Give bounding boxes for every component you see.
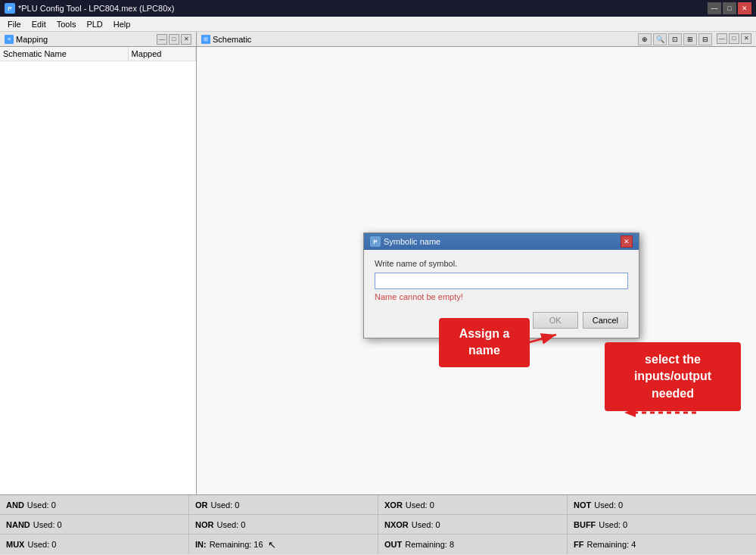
mapping-header-left: ≡ Mapping: [5, 35, 48, 44]
select-inputs-text: select theinputs/outputneeded: [634, 353, 711, 400]
mapping-panel-header: ≡ Mapping — □ ✕: [0, 32, 196, 47]
mapping-table: Schematic Name Mapped: [0, 47, 196, 61]
status-nor: NOR Used: 0: [189, 515, 378, 534]
status-row-3: MUX Used: 0 IN: Remaining: 16 ↖ OUT Rema…: [0, 535, 756, 554]
dialog-cancel-button[interactable]: Cancel: [583, 312, 628, 329]
maximize-button[interactable]: □: [723, 2, 736, 14]
status-row-2: NAND Used: 0 NOR Used: 0 NXOR Used: 0 BU…: [0, 515, 756, 535]
status-nxor: NXOR Used: 0: [378, 515, 568, 534]
status-row-1: AND Used: 0 OR Used: 0 XOR Used: 0 NOT U…: [0, 495, 756, 515]
dialog-close-button[interactable]: ✕: [621, 235, 633, 248]
label-or: OR: [195, 500, 208, 510]
label-nxor: NXOR: [384, 520, 409, 529]
schematic-tool-3[interactable]: ⊡: [668, 33, 682, 45]
status-ff: FF Remaining: 4: [568, 535, 756, 554]
value-nxor: Used: 0: [412, 520, 440, 529]
dialog-title: Symbolic name: [384, 237, 440, 246]
schematic-minimize-button[interactable]: —: [717, 33, 727, 44]
status-xor: XOR Used: 0: [378, 495, 568, 514]
status-nand: NAND Used: 0: [0, 515, 189, 534]
app-icon: P: [5, 3, 15, 14]
status-mux: MUX Used: 0: [0, 535, 189, 554]
value-or: Used: 0: [211, 500, 240, 510]
menu-bar: File Edit Tools PLD Help: [0, 17, 756, 32]
schematic-tool-4[interactable]: ⊞: [683, 33, 697, 45]
menu-pld[interactable]: PLD: [82, 18, 107, 30]
label-xor: XOR: [384, 500, 403, 510]
window-controls: — □ ✕: [708, 2, 751, 14]
svg-marker-2: [624, 408, 636, 417]
value-nand: Used: 0: [33, 520, 62, 529]
panels-row: ≡ Mapping — □ ✕ Schematic Name Mapped: [0, 32, 756, 494]
value-and: Used: 0: [27, 500, 56, 510]
label-buff: BUFF: [574, 520, 596, 529]
status-not: NOT Used: 0: [568, 495, 756, 514]
status-and: AND Used: 0: [0, 495, 189, 514]
cursor-icon: ↖: [268, 539, 276, 550]
symbolic-name-dialog: P Symbolic name ✕ Write name of symbol. …: [363, 232, 639, 338]
menu-tools[interactable]: Tools: [52, 18, 81, 30]
bottom-bar: AND Used: 0 OR Used: 0 XOR Used: 0 NOT U…: [0, 494, 756, 555]
schematic-tool-2[interactable]: 🔍: [653, 33, 667, 45]
close-button[interactable]: ✕: [738, 2, 751, 14]
label-in: IN:: [195, 540, 207, 549]
label-nor: NOR: [195, 520, 213, 529]
select-inputs-callout: select theinputs/outputneeded: [605, 342, 741, 411]
schematic-header-left: ⊞ Schematic: [201, 35, 251, 44]
col-mapped: Mapped: [128, 47, 195, 61]
dialog-body: Write name of symbol. Name cannot be emp…: [364, 250, 639, 338]
app-title: *PLU Config Tool - LPC804.mex (LPC80x): [18, 4, 708, 13]
schematic-area: P Symbolic name ✕ Write name of symbol. …: [197, 47, 756, 494]
col-schematic-name: Schematic Name: [0, 47, 128, 61]
dialog-icon: P: [370, 236, 381, 247]
mapping-panel-controls: — □ ✕: [157, 34, 191, 45]
label-nand: NAND: [6, 520, 30, 529]
mapping-panel-icon: ≡: [5, 35, 14, 44]
minimize-button[interactable]: —: [708, 2, 721, 14]
label-and: AND: [6, 500, 24, 510]
mapping-minimize-button[interactable]: —: [157, 34, 167, 45]
menu-help[interactable]: Help: [109, 18, 135, 30]
title-bar: P *PLU Config Tool - LPC804.mex (LPC80x)…: [0, 0, 756, 17]
label-out: OUT: [384, 540, 402, 549]
value-not: Used: 0: [594, 500, 623, 510]
schematic-tool-5[interactable]: ⊟: [698, 33, 712, 45]
schematic-panel: ⊞ Schematic ⊕ 🔍 ⊡ ⊞ ⊟ — □ ✕: [197, 32, 756, 494]
symbol-name-input[interactable]: [375, 273, 628, 289]
label-ff: FF: [574, 540, 583, 549]
value-xor: Used: 0: [406, 500, 434, 510]
value-out: Remaining: 8: [405, 540, 454, 549]
value-buff: Used: 0: [599, 520, 627, 529]
mapping-maximize-button[interactable]: □: [169, 34, 179, 45]
menu-file[interactable]: File: [3, 18, 26, 30]
dialog-title-bar: P Symbolic name ✕: [364, 233, 639, 250]
schematic-close-button[interactable]: ✕: [741, 33, 751, 44]
mapping-panel: ≡ Mapping — □ ✕ Schematic Name Mapped: [0, 32, 197, 494]
dialog-label: Write name of symbol.: [375, 259, 628, 268]
schematic-maximize-button[interactable]: □: [729, 33, 739, 44]
dialog-overlay: P Symbolic name ✕ Write name of symbol. …: [197, 47, 756, 494]
dialog-ok-button[interactable]: OK: [533, 312, 578, 329]
status-or: OR Used: 0: [189, 495, 378, 514]
status-out: OUT Remaining: 8: [378, 535, 568, 554]
schematic-panel-title: Schematic: [213, 35, 251, 44]
label-not: NOT: [574, 500, 591, 510]
dialog-error-message: Name cannot be empty!: [375, 292, 628, 301]
value-nor: Used: 0: [216, 520, 245, 529]
mapping-close-button[interactable]: ✕: [181, 34, 191, 45]
label-mux: MUX: [6, 540, 24, 549]
main-layout: ≡ Mapping — □ ✕ Schematic Name Mapped: [0, 32, 756, 555]
schematic-panel-controls: ⊕ 🔍 ⊡ ⊞ ⊟ — □ ✕: [638, 33, 751, 45]
value-ff: Remaining: 4: [586, 540, 636, 549]
schematic-panel-header: ⊞ Schematic ⊕ 🔍 ⊡ ⊞ ⊟ — □ ✕: [197, 32, 756, 47]
select-inputs-arrow: [197, 398, 756, 428]
mapping-panel-title: Mapping: [16, 35, 48, 44]
dialog-title-left: P Symbolic name: [370, 236, 440, 247]
schematic-panel-icon: ⊞: [201, 35, 210, 44]
value-in: Remaining: 16: [210, 540, 263, 549]
schematic-tool-1[interactable]: ⊕: [638, 33, 652, 45]
dialog-buttons: OK Cancel: [375, 312, 628, 329]
menu-edit[interactable]: Edit: [27, 18, 51, 30]
status-buff: BUFF Used: 0: [568, 515, 756, 534]
status-in: IN: Remaining: 16 ↖: [189, 535, 378, 554]
